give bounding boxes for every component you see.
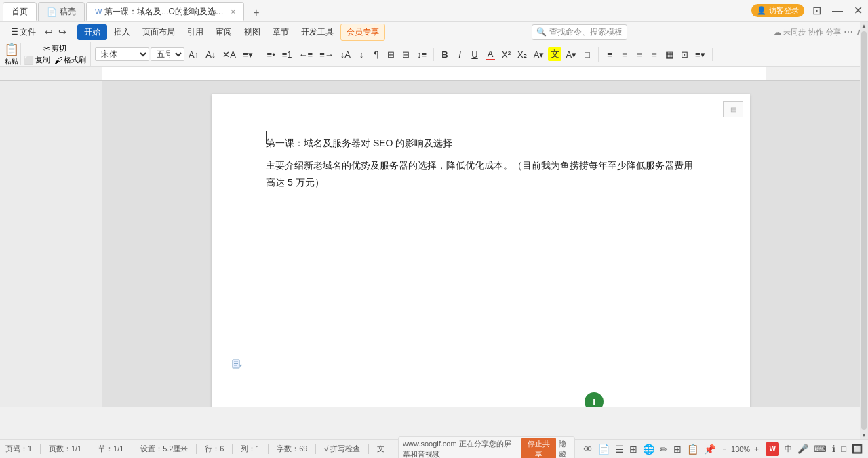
- menu-ref[interactable]: 引用: [182, 24, 209, 40]
- align-justify-button[interactable]: ≡: [648, 48, 661, 61]
- sync-icon: ☁: [774, 28, 781, 36]
- align-right-button[interactable]: ≡: [633, 48, 646, 61]
- cut-label[interactable]: 剪切: [52, 43, 66, 54]
- underline-button[interactable]: U: [468, 48, 481, 61]
- text-format-group: ≡• ≡1 ←≡ ≡→ ↕A ↕ ¶ ⊞ ⊟ ↕≡: [264, 48, 434, 61]
- menu-review[interactable]: 审阅: [210, 24, 237, 40]
- line-spacing-button[interactable]: ↕: [355, 48, 368, 61]
- border-button[interactable]: □: [580, 48, 594, 61]
- clipboard-group: ✂ 剪切 ⬜ 复制 🖌 格式刷: [20, 43, 86, 65]
- scroll-up-button[interactable]: ▲: [860, 22, 868, 30]
- toolbar-area: ☰ 文件 ↩ ↪ 开始 插入 页面布局 引用 审阅 视图 章节 开发工具: [0, 22, 868, 67]
- bold-button[interactable]: B: [438, 48, 452, 61]
- share-button[interactable]: 分享: [826, 27, 841, 37]
- tab-template-label: 稿壳: [60, 6, 76, 18]
- menu-section[interactable]: 章节: [267, 24, 294, 40]
- menu-file[interactable]: ☰ 文件: [5, 24, 41, 40]
- search-icon: 🔍: [536, 27, 547, 37]
- search-command-box[interactable]: 🔍 查找命令、搜索模板: [532, 24, 627, 40]
- vertical-scrollbar[interactable]: ▲ ▼: [860, 22, 868, 407]
- paragraph-button[interactable]: ¶: [370, 48, 383, 61]
- italic-button[interactable]: I: [453, 48, 467, 61]
- doc-margin-icon[interactable]: ▾: [232, 358, 243, 371]
- sync-button[interactable]: ☁ 未同步: [774, 27, 806, 37]
- menu-member[interactable]: 会员专享: [340, 24, 385, 41]
- align-center-button[interactable]: ≡: [618, 48, 631, 61]
- menu-insert[interactable]: 插入: [108, 24, 136, 40]
- search-placeholder: 查找命令、搜索模板: [549, 26, 623, 38]
- align-left-button[interactable]: ≡: [603, 48, 616, 61]
- paste-button[interactable]: 📋 粘贴: [4, 42, 19, 66]
- redo-button[interactable]: ↪: [56, 25, 68, 39]
- tab-doc-close[interactable]: ×: [231, 7, 235, 16]
- user-login-button[interactable]: 👤 访客登录: [751, 4, 804, 17]
- menu-dev[interactable]: 开发工具: [296, 24, 339, 40]
- format-paint-icon: 🖌: [54, 56, 62, 65]
- menu-view[interactable]: 视图: [239, 24, 266, 40]
- font-group: 宋体 五号 四号 三号 A↑ A↓ ✕A ≡▾: [95, 47, 260, 61]
- font-color-button[interactable]: A: [483, 47, 498, 62]
- border2-button[interactable]: ⊡: [677, 48, 691, 61]
- loading-indicator: I: [585, 392, 604, 407]
- new-tab-button[interactable]: +: [248, 5, 264, 21]
- paste-icon: 📋: [4, 42, 19, 57]
- doc-body: 主要介绍新老域名的优势及服务器的选择，降低优化成本。（目前我为鱼捞捞每年至少降低…: [266, 157, 696, 191]
- tab-doc-icon: W: [95, 7, 102, 16]
- font-decrease-button[interactable]: A↓: [203, 48, 218, 61]
- highlight-button[interactable]: 文: [548, 47, 561, 61]
- tab-template-icon: 📄: [47, 7, 57, 17]
- column-button[interactable]: ⊟: [399, 48, 413, 61]
- file-icon: ☰: [11, 27, 18, 37]
- undo-redo-group: ↩ ↪: [43, 25, 68, 39]
- outdent-button[interactable]: ←≡: [296, 48, 316, 61]
- clear-format-button[interactable]: ✕A: [220, 48, 239, 61]
- main-area: 第一课：域名及服务器对 SEO 的影响及选择 主要介绍新老域名的优势及服务器的选…: [0, 81, 868, 407]
- font-increase-button[interactable]: A↑: [186, 48, 201, 61]
- doc-area[interactable]: 第一课：域名及服务器对 SEO 的影响及选择 主要介绍新老域名的优势及服务器的选…: [102, 81, 860, 407]
- ruler: [0, 67, 868, 81]
- shading-button[interactable]: ▦: [663, 48, 676, 61]
- superscript-button[interactable]: X²: [499, 48, 513, 61]
- cut-icon: ✂: [43, 44, 50, 54]
- menu-page-layout[interactable]: 页面布局: [137, 24, 180, 40]
- sort-button[interactable]: ↕A: [338, 48, 353, 61]
- subscript-button[interactable]: X₂: [515, 48, 530, 61]
- minimize-button[interactable]: —: [829, 3, 846, 18]
- undo-button[interactable]: ↩: [43, 25, 55, 39]
- tab-home-label: 首页: [12, 6, 28, 18]
- copy-label[interactable]: 复制: [35, 55, 50, 65]
- doc-title: 第一课：域名及服务器对 SEO 的影响及选择: [266, 135, 696, 152]
- list-number-button[interactable]: ≡1: [279, 48, 295, 61]
- more-format-button[interactable]: ≡▾: [240, 48, 256, 61]
- menu-bar: ☰ 文件 ↩ ↪ 开始 插入 页面布局 引用 审阅 视图 章节 开发工具: [0, 22, 868, 42]
- shadow-button[interactable]: A▾: [563, 48, 579, 61]
- title-bar: 首页 📄 稿壳 W 第一课：域名及...O的影响及选择... × + 👤 访客登…: [0, 0, 868, 22]
- font-size-select[interactable]: 五号 四号 三号: [151, 47, 184, 61]
- user-icon: 👤: [757, 6, 766, 15]
- left-panel: [0, 81, 102, 407]
- tab-template[interactable]: 📄 稿壳: [38, 2, 85, 21]
- spacing-button[interactable]: ↕≡: [414, 48, 429, 61]
- text-cursor-top: [266, 131, 267, 144]
- user-label: 访客登录: [769, 5, 799, 16]
- svg-text:▾: ▾: [239, 362, 242, 369]
- menu-start[interactable]: 开始: [77, 24, 107, 40]
- menu-separator-1: [73, 26, 73, 37]
- num-list-button[interactable]: ≡▾: [692, 48, 708, 61]
- font-color2-button[interactable]: A▾: [531, 48, 547, 61]
- indent-button[interactable]: ≡→: [317, 48, 336, 61]
- page-corner-button[interactable]: ▤: [723, 101, 743, 117]
- border-table-button[interactable]: ⊞: [384, 48, 398, 61]
- paste-label: 粘贴: [5, 57, 18, 66]
- expand-button[interactable]: ⋯: [844, 26, 853, 37]
- list-bullet-button[interactable]: ≡•: [264, 48, 278, 61]
- font-name-select[interactable]: 宋体: [95, 47, 149, 61]
- collab-button[interactable]: 协作: [808, 27, 823, 37]
- close-button[interactable]: ✕: [851, 3, 865, 18]
- tab-home[interactable]: 首页: [3, 2, 37, 21]
- tab-doc[interactable]: W 第一课：域名及...O的影响及选择... ×: [86, 2, 244, 21]
- scroll-thumb[interactable]: [861, 31, 867, 407]
- tab-doc-label: 第一课：域名及...O的影响及选择...: [104, 6, 226, 18]
- restore-button[interactable]: ⊡: [810, 3, 824, 18]
- format-paint-label[interactable]: 格式刷: [64, 55, 86, 65]
